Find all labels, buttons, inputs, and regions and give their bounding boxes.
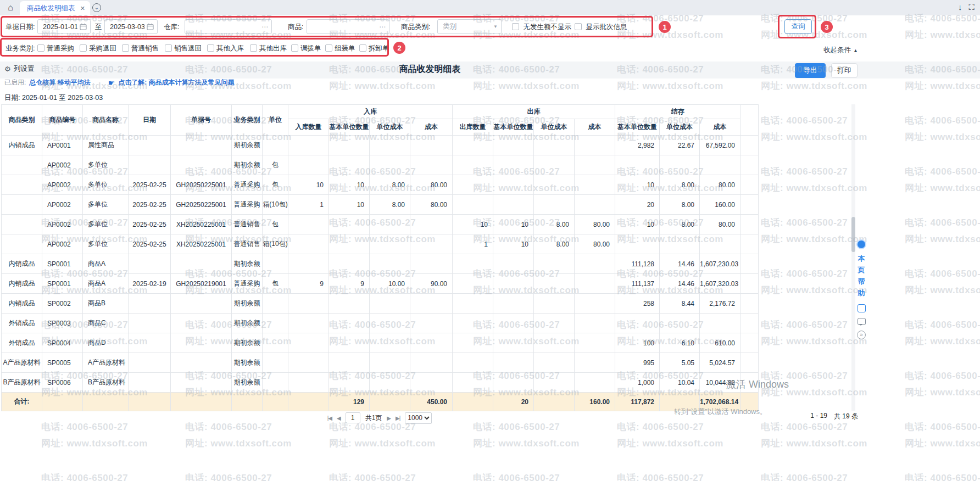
- product-input[interactable]: [307, 20, 379, 33]
- table-row[interactable]: 内销成品AP0001属性商品期初余额2,98222.6767,592.00: [2, 136, 759, 155]
- service-icon[interactable]: [856, 239, 866, 249]
- table-row[interactable]: 内销成品SP0002商品B期初余额2588.442,176.72: [2, 294, 759, 314]
- cell: 1,607,320.03: [700, 274, 740, 294]
- scrollbar-thumb[interactable]: [851, 217, 855, 252]
- business-type-checkbox-2[interactable]: 采购退回: [80, 44, 116, 53]
- fullscreen-icon[interactable]: ⛶: [968, 2, 975, 12]
- column-header[interactable]: 入库数量: [288, 119, 329, 136]
- page-size-select[interactable]: 1000: [405, 412, 432, 424]
- checkbox-box[interactable]: [250, 44, 257, 52]
- chat-icon[interactable]: [858, 318, 866, 325]
- collapse-conditions-button[interactable]: 收起条件▲: [823, 46, 858, 55]
- page-help-button[interactable]: 本页帮助: [858, 253, 865, 299]
- cell: [129, 314, 171, 333]
- checkbox-box[interactable]: [165, 44, 172, 52]
- ellipsis-icon[interactable]: ⋯: [261, 23, 268, 31]
- help-doc-link[interactable]: 点击了解: 商品成本计算方法及常见问题: [118, 78, 234, 87]
- export-button[interactable]: 导出: [795, 63, 826, 78]
- column-header[interactable]: 单位成本: [370, 119, 410, 136]
- batch-info-checkbox[interactable]: 显示批次信息: [575, 23, 627, 32]
- checkbox-box[interactable]: [80, 44, 87, 52]
- home-button[interactable]: ⌂: [4, 2, 16, 13]
- business-type-checkbox-9[interactable]: 拆卸单: [359, 44, 389, 53]
- business-type-checkbox-4[interactable]: 销售退回: [165, 44, 202, 53]
- product-field[interactable]: ⋯: [307, 19, 389, 34]
- column-header[interactable]: 业务类别: [232, 105, 263, 136]
- business-type-checkbox-3[interactable]: 普通销售: [122, 44, 159, 53]
- calendar-icon[interactable]: [147, 23, 154, 30]
- tab-list-icon[interactable]: ⌄: [92, 3, 101, 12]
- prev-page-icon[interactable]: ◀: [337, 415, 341, 421]
- more-icon[interactable]: »: [857, 331, 866, 339]
- checkbox-box[interactable]: [122, 44, 129, 52]
- tab-product-report[interactable]: 商品收发明细表 ✕: [20, 1, 90, 15]
- column-header[interactable]: 商品编号: [42, 105, 83, 136]
- last-page-icon[interactable]: ▶|: [396, 415, 400, 421]
- column-header[interactable]: 出库数量: [453, 119, 493, 136]
- checkbox-box[interactable]: [207, 44, 214, 52]
- table-row[interactable]: 内销成品SP0001商品A期初余额111,12814.461,607,230.0…: [2, 254, 759, 274]
- category-select[interactable]: 类别 ▼: [437, 19, 502, 34]
- business-type-checkbox-1[interactable]: 普通采购: [37, 44, 74, 53]
- table-row[interactable]: AP0002多单位2025-02-25XH20250225001普通销售包101…: [2, 215, 759, 234]
- column-header[interactable]: 成本: [410, 119, 453, 136]
- table-row[interactable]: AP0002多单位2025-02-25GH20250225001普通采购包101…: [2, 175, 759, 195]
- business-type-checkbox-6[interactable]: 其他出库: [250, 44, 287, 53]
- cost-method-link[interactable]: 总仓核算 移动平均法: [29, 78, 90, 87]
- checkbox-box[interactable]: [575, 23, 582, 30]
- tab-close-icon[interactable]: ✕: [80, 5, 85, 12]
- print-button[interactable]: 打印: [831, 63, 858, 78]
- cell: 80.00: [410, 195, 453, 215]
- column-header[interactable]: 单位成本: [534, 119, 575, 136]
- column-header[interactable]: 单位: [263, 105, 288, 136]
- cell: B产品原材料: [83, 373, 129, 393]
- column-header[interactable]: 单位成本: [660, 119, 700, 136]
- warehouse-input[interactable]: [185, 20, 261, 33]
- table-row[interactable]: 内销成品SP0001商品A2025-02-19GH20250219001普通采购…: [2, 274, 759, 294]
- page-number-input[interactable]: [346, 412, 360, 423]
- download-icon[interactable]: ↓: [958, 2, 962, 12]
- column-header[interactable]: 成本: [700, 119, 740, 136]
- business-type-checkbox-7[interactable]: 调拨单: [291, 44, 321, 53]
- checkbox-box[interactable]: [37, 44, 44, 52]
- column-header[interactable]: 商品类别: [2, 105, 42, 136]
- date-to-input[interactable]: [105, 20, 147, 33]
- panel-icon[interactable]: [858, 304, 866, 312]
- table-row[interactable]: AP0002多单位期初余额包: [2, 155, 759, 175]
- column-header[interactable]: 基本单位数量: [615, 119, 660, 136]
- cell: 外销成品: [2, 314, 42, 333]
- query-button[interactable]: 查询: [784, 19, 812, 34]
- warehouse-field[interactable]: ⋯: [185, 19, 272, 34]
- date-from-input[interactable]: [38, 20, 80, 33]
- calendar-icon[interactable]: [80, 23, 87, 30]
- date-to-field[interactable]: [104, 19, 158, 34]
- no-amount-checkbox[interactable]: 无发生额不显示: [512, 23, 571, 32]
- ellipsis-icon[interactable]: ⋯: [379, 23, 386, 31]
- business-type-checkbox-5[interactable]: 其他入库: [207, 44, 244, 53]
- cell: [329, 254, 370, 274]
- first-page-icon[interactable]: |◀: [327, 415, 332, 421]
- column-header[interactable]: 单据号: [171, 105, 232, 136]
- vertical-scrollbar[interactable]: [851, 104, 855, 411]
- total-row[interactable]: 合计:129450.0020160.00117,8721,702,068.14: [2, 393, 759, 411]
- table-row[interactable]: A产品原材料SP0005A产品原材料期初余额9955.055,024.57: [2, 353, 759, 373]
- column-header[interactable]: 基本单位数量: [493, 119, 534, 136]
- business-type-checkbox-8[interactable]: 组装单: [325, 44, 355, 53]
- table-row[interactable]: AP0002多单位2025-02-25XH20250225001普通销售箱(10…: [2, 234, 759, 254]
- checkbox-box[interactable]: [291, 44, 298, 52]
- table-row[interactable]: AP0002多单位2025-02-25GH20250225001普通采购箱(10…: [2, 195, 759, 215]
- checkbox-box[interactable]: [359, 44, 366, 52]
- checkbox-box[interactable]: [512, 23, 519, 30]
- next-page-icon[interactable]: ▶: [387, 415, 391, 421]
- column-header[interactable]: 日期: [129, 105, 171, 136]
- column-header[interactable]: 基本单位数量: [329, 119, 370, 136]
- checkbox-box[interactable]: [325, 44, 332, 52]
- column-header[interactable]: 商品名称: [83, 105, 129, 136]
- cell: [453, 373, 493, 393]
- hand-pointer-icon: ☛: [108, 79, 115, 87]
- table-row[interactable]: 外销成品SP0003商品C期初余额: [2, 314, 759, 333]
- column-header[interactable]: 成本: [575, 119, 615, 136]
- date-from-field[interactable]: [37, 19, 91, 34]
- table-row[interactable]: B产品原材料SP0006B产品原材料期初余额1,00010.0410,044.8…: [2, 373, 759, 393]
- table-row[interactable]: 外销成品SP0004商品D期初余额1006.10610.00: [2, 333, 759, 353]
